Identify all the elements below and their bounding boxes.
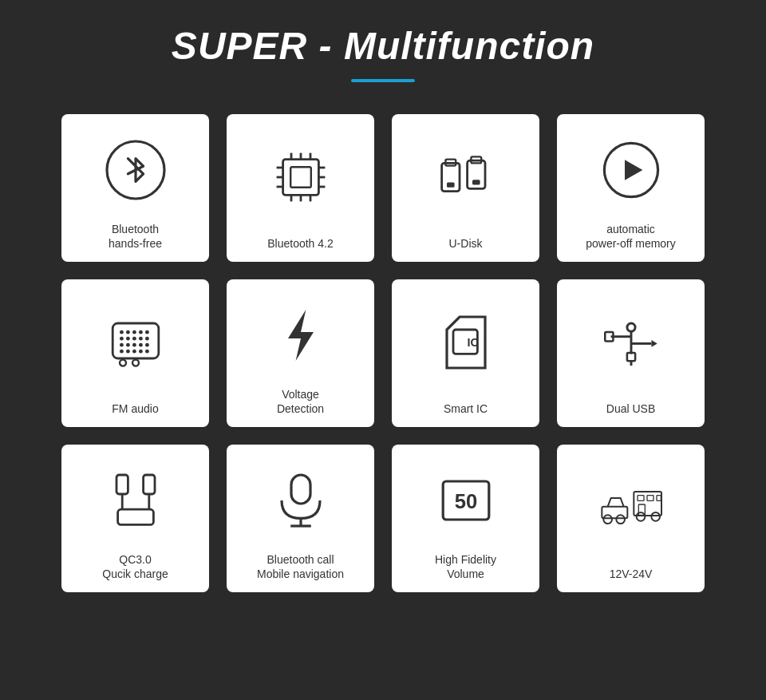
card-power-off-memory: automaticpower-off memory (557, 114, 705, 262)
svg-point-42 (139, 350, 143, 354)
svg-point-24 (120, 330, 124, 334)
lightning-icon (269, 292, 333, 379)
svg-point-38 (145, 343, 149, 347)
card-12v-24v: 12V-24V (557, 445, 705, 592)
card-qc30: QC3.0Qucik charge (61, 445, 209, 592)
svg-rect-23 (113, 323, 159, 358)
feature-grid: Bluetoothhands-free (61, 114, 705, 592)
microphone-icon (269, 457, 333, 544)
svg-rect-74 (647, 496, 653, 501)
card-label: 12V-24V (610, 567, 653, 581)
card-high-fidelity: 50 High FidelityVolume (392, 445, 539, 592)
svg-text:50: 50 (454, 490, 476, 512)
fm-icon (104, 292, 168, 394)
card-label: FM audio (112, 401, 158, 416)
usb-drive-icon (434, 127, 498, 228)
svg-point-36 (132, 343, 136, 347)
card-label: Bluetoothhands-free (109, 222, 162, 251)
svg-point-34 (120, 343, 124, 347)
svg-rect-75 (657, 496, 661, 501)
card-smart-ic: IC Smart IC (392, 279, 539, 427)
card-label: High FidelityVolume (435, 552, 496, 581)
svg-point-32 (139, 337, 143, 341)
ic-card-icon: IC (434, 292, 498, 394)
svg-point-40 (126, 350, 130, 354)
svg-rect-20 (472, 180, 480, 185)
svg-point-70 (603, 516, 612, 524)
page-title: SUPER - Multifunction (172, 24, 594, 68)
svg-point-30 (126, 337, 130, 341)
card-voltage-detection: VoltageDetection (227, 279, 374, 427)
svg-point-28 (145, 330, 149, 334)
title-underline (351, 79, 415, 82)
svg-point-39 (120, 350, 124, 354)
card-fm-audio: FM audio (61, 279, 209, 427)
svg-point-45 (132, 360, 139, 366)
svg-rect-64 (291, 475, 310, 504)
card-label: automaticpower-off memory (586, 222, 676, 251)
card-bluetooth-call: Bluetooth callMobile navigation (227, 445, 374, 592)
svg-marker-22 (625, 160, 642, 181)
svg-point-35 (126, 343, 130, 347)
card-label: Smart IC (444, 401, 488, 416)
card-label: Dual USB (606, 401, 655, 416)
svg-rect-55 (626, 353, 634, 361)
card-label: Bluetooth 4.2 (267, 236, 334, 251)
hifi-icon: 50 (434, 457, 498, 544)
svg-rect-17 (447, 183, 455, 188)
chip-icon (269, 127, 333, 228)
svg-point-50 (626, 323, 634, 331)
svg-point-78 (651, 512, 660, 521)
svg-point-44 (120, 360, 126, 366)
card-dual-usb: Dual USB (557, 279, 705, 427)
svg-text:IC: IC (467, 336, 478, 349)
svg-rect-63 (117, 510, 153, 525)
cars-icon (599, 457, 663, 559)
svg-point-31 (132, 337, 136, 341)
svg-rect-58 (143, 475, 154, 494)
svg-marker-46 (288, 310, 314, 361)
card-bluetooth-42: Bluetooth 4.2 (227, 114, 374, 262)
svg-point-77 (636, 512, 645, 521)
svg-point-37 (139, 343, 143, 347)
svg-point-26 (132, 330, 136, 334)
svg-point-33 (145, 337, 149, 341)
svg-point-41 (132, 350, 136, 354)
svg-point-43 (145, 350, 149, 354)
card-u-disk: U-Disk (392, 114, 539, 262)
bluetooth-icon (104, 127, 168, 214)
card-label: Bluetooth callMobile navigation (257, 552, 344, 581)
svg-point-29 (120, 337, 124, 341)
svg-point-71 (616, 516, 625, 524)
card-bluetooth-hands-free: Bluetoothhands-free (61, 114, 209, 262)
card-label: U-Disk (449, 236, 483, 251)
svg-rect-2 (290, 168, 311, 188)
svg-rect-73 (638, 496, 644, 501)
svg-point-27 (139, 330, 143, 334)
svg-rect-57 (116, 475, 128, 494)
svg-marker-54 (651, 340, 657, 347)
card-label: QC3.0Qucik charge (102, 552, 168, 581)
svg-rect-1 (282, 160, 318, 196)
dual-usb-icon (599, 292, 663, 394)
card-label: VoltageDetection (277, 387, 324, 416)
svg-point-25 (126, 330, 130, 334)
qc-icon (104, 457, 168, 544)
play-circle-icon (599, 127, 663, 214)
